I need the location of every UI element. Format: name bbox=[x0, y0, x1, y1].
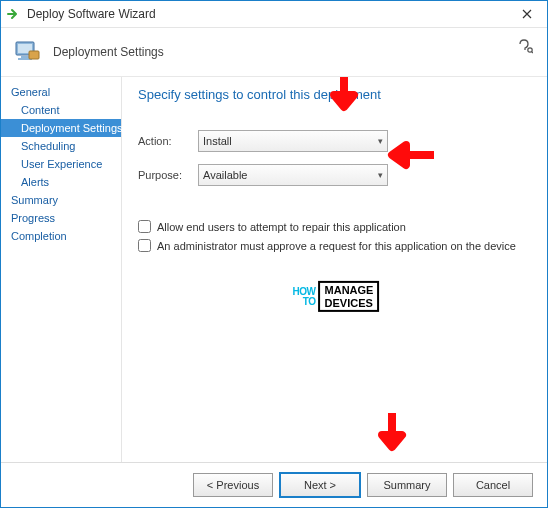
purpose-label: Purpose: bbox=[138, 169, 198, 181]
watermark-text: MANAGE bbox=[325, 284, 374, 296]
sidebar-item-deployment-settings[interactable]: Deployment Settings bbox=[1, 119, 121, 137]
svg-rect-2 bbox=[21, 56, 29, 58]
sidebar-item-progress[interactable]: Progress bbox=[1, 209, 121, 227]
wizard-sidebar: GeneralContentDeployment SettingsSchedul… bbox=[1, 77, 122, 462]
sidebar-item-completion[interactable]: Completion bbox=[1, 227, 121, 245]
repair-check-label: Allow end users to attempt to repair thi… bbox=[157, 221, 406, 233]
sidebar-item-scheduling[interactable]: Scheduling bbox=[1, 137, 121, 155]
approve-checkbox[interactable] bbox=[138, 239, 151, 252]
watermark-logo: HOW TO MANAGE DEVICES bbox=[290, 281, 380, 311]
sidebar-item-user-experience[interactable]: User Experience bbox=[1, 155, 121, 173]
sidebar-item-general[interactable]: General bbox=[1, 83, 121, 101]
cancel-button[interactable]: Cancel bbox=[453, 473, 533, 497]
wizard-content: Specify settings to control this deploym… bbox=[122, 77, 547, 462]
purpose-value: Available bbox=[203, 169, 247, 181]
narrator-icon[interactable] bbox=[517, 38, 533, 56]
approve-check-row: An administrator must approve a request … bbox=[138, 239, 531, 252]
svg-rect-4 bbox=[29, 51, 39, 59]
sidebar-item-summary[interactable]: Summary bbox=[1, 191, 121, 209]
action-select[interactable]: Install ▾ bbox=[198, 130, 388, 152]
sidebar-item-alerts[interactable]: Alerts bbox=[1, 173, 121, 191]
repair-check-row: Allow end users to attempt to repair thi… bbox=[138, 220, 531, 233]
watermark-text: HOW bbox=[293, 286, 316, 296]
approve-check-label: An administrator must approve a request … bbox=[157, 240, 516, 252]
wizard-window: Deploy Software Wizard Deployment Settin… bbox=[0, 0, 548, 508]
purpose-select[interactable]: Available ▾ bbox=[198, 164, 388, 186]
window-title: Deploy Software Wizard bbox=[27, 7, 156, 21]
purpose-row: Purpose: Available ▾ bbox=[138, 164, 531, 186]
wizard-body: GeneralContentDeployment SettingsSchedul… bbox=[1, 77, 547, 462]
action-value: Install bbox=[203, 135, 232, 147]
action-label: Action: bbox=[138, 135, 198, 147]
summary-button[interactable]: Summary bbox=[367, 473, 447, 497]
previous-button[interactable]: < Previous bbox=[193, 473, 273, 497]
wizard-footer: < Previous Next > Summary Cancel bbox=[1, 462, 547, 507]
repair-checkbox[interactable] bbox=[138, 220, 151, 233]
close-button[interactable] bbox=[507, 1, 547, 27]
chevron-down-icon: ▾ bbox=[378, 136, 383, 146]
computer-deploy-icon bbox=[11, 36, 43, 68]
header-title: Deployment Settings bbox=[53, 45, 164, 59]
watermark-text: TO bbox=[303, 296, 316, 306]
page-heading: Specify settings to control this deploym… bbox=[138, 87, 531, 102]
watermark-text: DEVICES bbox=[325, 296, 374, 308]
next-button[interactable]: Next > bbox=[279, 472, 361, 498]
app-arrow-icon bbox=[7, 7, 21, 21]
action-row: Action: Install ▾ bbox=[138, 130, 531, 152]
titlebar: Deploy Software Wizard bbox=[1, 1, 547, 28]
wizard-header: Deployment Settings bbox=[1, 28, 547, 77]
chevron-down-icon: ▾ bbox=[378, 170, 383, 180]
sidebar-item-content[interactable]: Content bbox=[1, 101, 121, 119]
